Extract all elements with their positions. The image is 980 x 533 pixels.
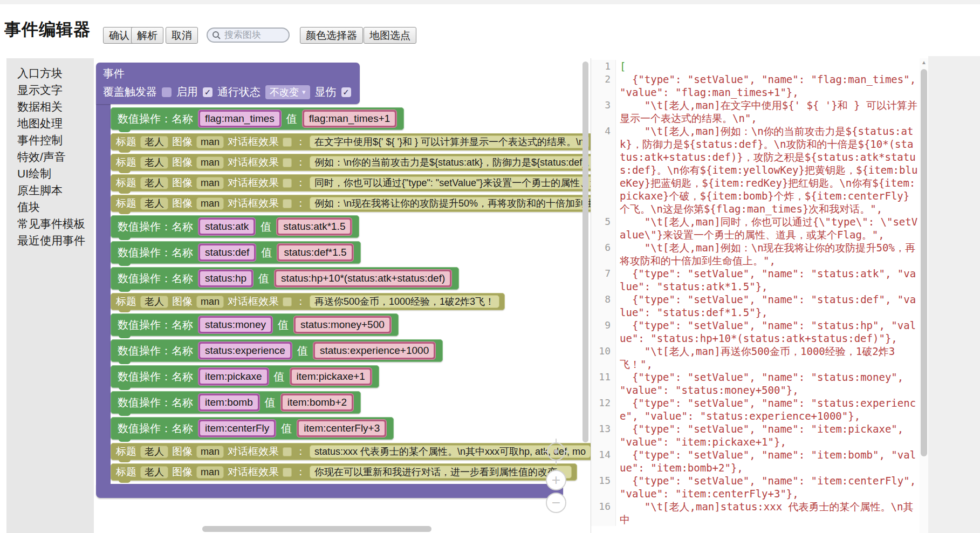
speaker-field[interactable]: 老人 (140, 136, 168, 148)
image-field[interactable]: man (196, 446, 224, 458)
zoom-out-button[interactable]: − (546, 493, 566, 513)
speaker-field[interactable]: 老人 (140, 156, 168, 169)
name-field[interactable]: status:def (198, 243, 256, 262)
code-text[interactable]: [ (620, 60, 919, 73)
text-field[interactable]: 再送你500金币，1000经验，1破2炸3飞！ (310, 295, 499, 308)
dialog-effect-checkbox[interactable] (283, 138, 292, 147)
event-block-header[interactable]: 事件 覆盖触发器 启用 ✓ 通行状态 不改变 ▾ 显伤 ✓ (96, 63, 360, 104)
name-field[interactable]: status:experience (198, 341, 292, 360)
code-text[interactable]: {"type": "setValue", "name": "item:bomb"… (620, 448, 919, 474)
setvalue-block[interactable]: 数值操作：名称status:experience值status:experien… (111, 339, 443, 362)
dialog-block[interactable]: 标题老人图像man对话框效果：status:xxx 代表勇士的某个属性。\n其中… (111, 443, 591, 460)
image-field[interactable]: man (196, 156, 224, 169)
setvalue-block[interactable]: 数值操作：名称status:atk值status:atk*1.5 (111, 215, 359, 238)
image-field[interactable]: man (196, 177, 224, 189)
sidebar-item-6[interactable]: 特效/声音 (17, 148, 94, 165)
dialog-block[interactable]: 标题老人图像man对话框效果：在文字中使用${' ${ '}和 } 可以计算并显… (111, 133, 591, 151)
setvalue-block[interactable]: 数值操作：名称item:pickaxe值item:pickaxe+1 (111, 365, 379, 388)
sidebar-item-5[interactable]: 事件控制 (17, 132, 94, 148)
dialog-effect-checkbox[interactable] (283, 447, 292, 456)
pass-state-dropdown[interactable]: 不改变 ▾ (265, 85, 310, 99)
code-text[interactable]: "\t[老人,man]再送你500金币，1000经验，1破2炸3飞！", (620, 345, 919, 371)
setvalue-block[interactable]: 数值操作：名称item:centerFly值item:centerFly+3 (111, 417, 394, 440)
sidebar-item-8[interactable]: 原生脚本 (17, 182, 94, 199)
name-field[interactable]: status:atk (198, 217, 256, 236)
zoom-in-button[interactable]: + (546, 470, 566, 490)
sidebar-item-9[interactable]: 值块 (17, 199, 94, 215)
speaker-field[interactable]: 老人 (140, 177, 168, 189)
text-field[interactable]: 例如：\n你的当前攻击力是${status:atk}，防御力是${status:… (310, 156, 591, 169)
dialog-effect-checkbox[interactable] (283, 158, 292, 167)
color-picker-button[interactable]: 颜色选择器 (300, 27, 363, 44)
text-field[interactable]: 例如：\n现在我将让你的攻防提升50%，再将攻防和的十倍加到生命值上。 (310, 197, 591, 210)
display-damage-checkbox[interactable]: ✓ (341, 87, 351, 97)
map-pick-button[interactable]: 地图选点 (364, 27, 416, 44)
setvalue-block[interactable]: 数值操作：名称status:money值status:money+500 (111, 313, 399, 336)
dialog-effect-checkbox[interactable] (283, 468, 292, 477)
sidebar-item-10[interactable]: 常见事件模板 (17, 215, 94, 232)
cancel-button[interactable]: 取消 (166, 27, 198, 44)
value-field[interactable]: status:def*1.5 (277, 243, 353, 262)
setvalue-block[interactable]: 数值操作：名称status:hp值status:hp+10*(status:at… (111, 267, 459, 290)
search-input[interactable] (223, 29, 279, 41)
enable-checkbox[interactable]: ✓ (203, 87, 213, 97)
value-field[interactable]: status:atk*1.5 (276, 217, 352, 236)
sidebar-item-3[interactable]: 数据相关 (17, 98, 94, 115)
dialog-effect-checkbox[interactable] (283, 199, 292, 208)
setvalue-block[interactable]: 数值操作：名称status:def值status:def*1.5 (111, 241, 361, 264)
code-text[interactable]: "\t[老人,man]例如：\n你的当前攻击力是${status:atk}，防御… (620, 125, 919, 215)
code-text[interactable]: {"type": "setValue", "name": "status:exp… (620, 397, 919, 422)
dialog-block[interactable]: 标题老人图像man对话框效果：再送你500金币，1000经验，1破2炸3飞！ (111, 293, 505, 310)
value-field[interactable]: item:bomb+2 (280, 393, 354, 412)
image-field[interactable]: man (196, 136, 224, 148)
image-field[interactable]: man (196, 197, 224, 210)
code-text[interactable]: {"type": "setValue", "name": "item:picka… (620, 422, 919, 448)
override-trigger-checkbox[interactable] (162, 87, 172, 97)
code-text[interactable]: {"type": "setValue", "name": "status:atk… (620, 267, 919, 293)
name-field[interactable]: status:money (198, 316, 273, 334)
text-field[interactable]: 同时，你也可以通过{"type": "setValue"}来设置一个勇士的属性、… (310, 176, 591, 189)
confirm-button[interactable]: 确认 (103, 27, 135, 44)
speaker-field[interactable]: 老人 (140, 197, 168, 210)
code-text[interactable]: "\t[老人,man]status:xxx 代表勇士的某个属性。\n其中 (620, 500, 919, 526)
dialog-effect-checkbox[interactable] (283, 297, 292, 306)
sidebar-item-4[interactable]: 地图处理 (17, 115, 94, 132)
code-text[interactable]: "\t[老人,man]例如：\n现在我将让你的攻防提升50%，再将攻防和的十倍加… (620, 241, 919, 267)
code-text[interactable]: {"type": "setValue", "name": "flag:man_t… (620, 73, 919, 99)
text-field[interactable]: 在文字中使用${' ${ '}和 } 可以计算并显示一个表达式的结果。\n (310, 135, 589, 148)
dialog-block[interactable]: 标题老人图像man对话框效果：你现在可以重新和我进行对话，进一步看到属性值的改变… (111, 463, 577, 481)
canvas-horizontal-scrollbar[interactable] (202, 526, 431, 532)
code-text[interactable]: {"type": "setValue", "name": "status:mon… (620, 371, 919, 397)
code-editor[interactable]: 1[2 {"type": "setValue", "name": "flag:m… (591, 58, 928, 533)
speaker-field[interactable]: 老人 (140, 296, 168, 308)
dialog-block[interactable]: 标题老人图像man对话框效果：例如：\n现在我将让你的攻防提升50%，再将攻防和… (111, 195, 591, 212)
code-text[interactable]: {"type": "setValue", "name": "status:def… (620, 293, 919, 319)
code-scrollbar-thumb[interactable] (921, 69, 927, 456)
speaker-field[interactable]: 老人 (140, 446, 168, 458)
sidebar-item-11[interactable]: 最近使用事件 (17, 232, 94, 249)
canvas-vertical-scrollbar[interactable] (582, 62, 588, 442)
name-field[interactable]: item:bomb (198, 393, 260, 412)
dialog-effect-checkbox[interactable] (283, 179, 292, 188)
value-field[interactable]: flag:man_times+1 (302, 110, 398, 128)
code-scrollbar[interactable]: ▲ (920, 58, 928, 533)
search-box[interactable] (207, 28, 290, 43)
value-field[interactable]: status:experience+1000 (313, 341, 436, 360)
setvalue-block[interactable]: 数值操作：名称flag:man_times值flag:man_times+1 (111, 107, 404, 130)
event-block-foot[interactable] (96, 484, 563, 498)
sidebar-item-1[interactable]: 入口方块 (17, 65, 94, 81)
value-field[interactable]: item:centerFly+3 (297, 419, 387, 438)
dialog-block[interactable]: 标题老人图像man对话框效果：例如：\n你的当前攻击力是${status:atk… (111, 154, 591, 171)
name-field[interactable]: item:pickaxe (198, 367, 269, 386)
sidebar-item-2[interactable]: 显示文字 (17, 81, 94, 98)
value-field[interactable]: status:money+500 (293, 316, 392, 334)
event-block[interactable]: 事件 覆盖触发器 启用 ✓ 通行状态 不改变 ▾ 显伤 ✓ 数值操作：名称fla… (96, 63, 591, 498)
text-field[interactable]: 你现在可以重新和我进行对话，进一步看到属性值的改变。 (310, 466, 572, 479)
name-field[interactable]: item:centerFly (198, 419, 276, 438)
recenter-button[interactable] (547, 442, 565, 461)
image-field[interactable]: man (196, 466, 224, 479)
code-text[interactable]: "\t[老人,man]在文字中使用${' ${ '}和 } 可以计算并显示一个表… (620, 99, 919, 125)
name-field[interactable]: flag:man_times (198, 110, 282, 128)
code-text[interactable]: {"type": "setValue", "name": "status:hp"… (620, 319, 919, 345)
value-field[interactable]: item:pickaxe+1 (290, 367, 372, 386)
